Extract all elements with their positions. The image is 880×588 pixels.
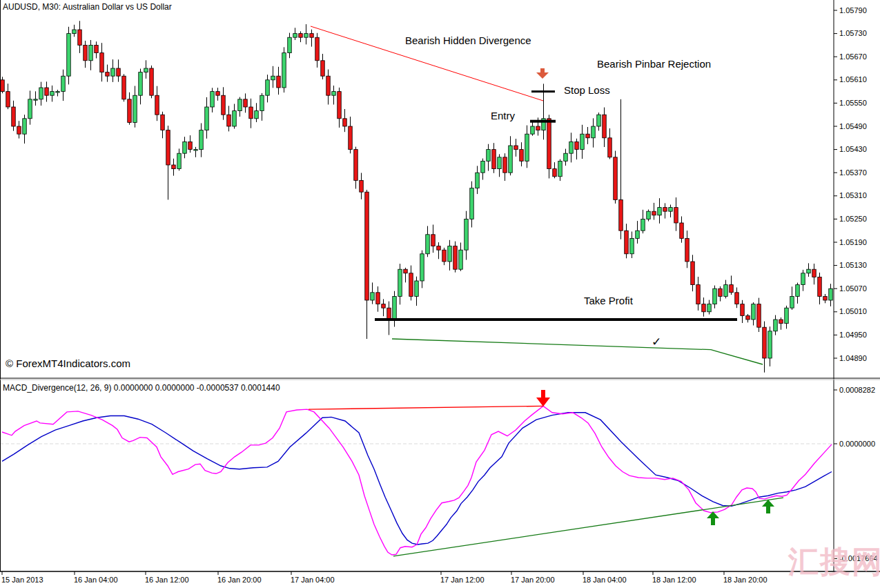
take-profit-checkmark-icon: ✓: [652, 336, 661, 349]
price-axis-label: 1.04890: [839, 354, 867, 362]
take-profit-label[interactable]: Take Profit: [584, 295, 633, 307]
macd-sell-arrow-icon: [536, 390, 550, 406]
time-axis-label: 17 Jan 04:00: [291, 576, 335, 584]
annotation-bearish-hidden-divergence[interactable]: Bearish Hidden Divergence: [405, 35, 531, 47]
price-axis-label: 1.05430: [839, 145, 867, 153]
price-axis-label: 1.05310: [839, 191, 867, 199]
copyright-watermark: © ForexMT4Indicators.com: [6, 358, 130, 370]
time-axis-label: 16 Jan 20:00: [217, 576, 262, 584]
site-watermark: 汇搜网: [788, 545, 880, 578]
price-axis-label: 1.05490: [839, 122, 867, 130]
price-axis-label: 1.05010: [839, 307, 867, 315]
time-axis-label: 15 Jan 2013: [1, 576, 43, 584]
price-axis-label: 1.05730: [839, 29, 867, 37]
annotation-bearish-pinbar-rejection[interactable]: Bearish Pinbar Rejection: [597, 59, 711, 70]
mt4-chart-window: AUDUSD, M30: Australian Dollar vs US Dol…: [0, 0, 880, 588]
price-axis-label: 1.05790: [839, 6, 867, 14]
macd-axis-label: 0.0000000: [839, 440, 875, 448]
macd-buy-arrow-icon: [762, 500, 774, 513]
chart-title: AUDUSD, M30: Australian Dollar vs US Dol…: [3, 3, 172, 12]
price-axis-label: 1.05130: [839, 261, 867, 269]
price-axis-label: 1.05250: [839, 215, 867, 223]
price-axis-label: 1.05370: [839, 168, 867, 177]
price-axis-label: 1.05190: [839, 238, 867, 246]
macd-indicator-label: MACD_Divergence(12, 26, 9) 0.0000000 0.0…: [3, 384, 280, 393]
time-axis-label: 18 Jan 12:00: [652, 576, 696, 584]
sell-arrow-icon: [536, 68, 549, 79]
time-axis-label: 17 Jan 20:00: [511, 576, 555, 584]
entry-label[interactable]: Entry: [491, 110, 515, 122]
macd-buy-arrow-icon: [707, 511, 719, 525]
chart-canvas[interactable]: [0, 0, 880, 588]
time-axis-label: 16 Jan 12:00: [145, 576, 189, 584]
price-axis-label: 1.05550: [839, 99, 867, 107]
price-axis-label: 1.05610: [839, 75, 867, 84]
macd-axis-label: 0.0008282: [839, 386, 875, 394]
price-axis-label: 1.04950: [839, 331, 867, 339]
time-axis-label: 18 Jan 20:00: [723, 576, 767, 584]
time-axis-label: 16 Jan 04:00: [74, 576, 118, 584]
price-axis-label: 1.05070: [839, 284, 867, 293]
time-axis-label: 18 Jan 04:00: [583, 576, 627, 584]
stop-loss-label[interactable]: Stop Loss: [564, 85, 610, 97]
time-axis-label: 17 Jan 12:00: [440, 576, 485, 584]
price-axis-label: 1.05670: [839, 52, 867, 61]
